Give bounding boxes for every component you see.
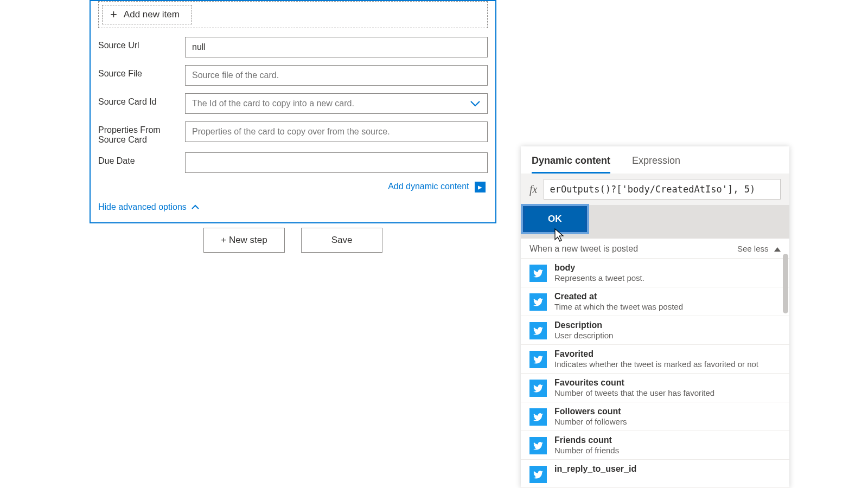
dc-item-desc: User description <box>554 331 613 340</box>
ok-button[interactable]: OK <box>523 206 587 232</box>
input-source-url[interactable]: null <box>185 37 488 57</box>
dc-item[interactable]: in_reply_to_user_id <box>521 460 789 488</box>
dc-section-header[interactable]: When a new tweet is posted See less <box>521 239 789 259</box>
label-source-file: Source File <box>98 65 180 79</box>
dc-tabs: Dynamic content Expression <box>521 146 789 174</box>
dc-item-desc: Time at which the tweet was posted <box>554 302 683 311</box>
dc-item-desc: Represents a tweet post. <box>554 273 644 282</box>
dc-item-desc: Number of tweets that the user has favor… <box>554 388 714 397</box>
dc-item-desc: Number of friends <box>554 446 619 455</box>
dc-item[interactable]: Favourites countNumber of tweets that th… <box>521 374 789 402</box>
hide-advanced-label: Hide advanced options <box>98 202 187 212</box>
dc-item[interactable]: DescriptionUser description <box>521 316 789 345</box>
twitter-icon <box>529 380 547 397</box>
dc-item-title: Friends count <box>554 435 619 445</box>
dc-item-title: Created at <box>554 292 683 301</box>
see-less-link[interactable]: See less <box>737 244 769 253</box>
chevron-down-icon <box>470 100 481 107</box>
hide-advanced-options-toggle[interactable]: Hide advanced options <box>91 196 495 214</box>
row-source-file: Source File Source file of the card. <box>91 63 495 88</box>
new-step-button[interactable]: + New step <box>203 228 285 253</box>
dc-item-title: body <box>554 263 644 273</box>
dc-item[interactable]: FavoritedIndicates whether the tweet is … <box>521 345 789 374</box>
twitter-icon <box>529 351 547 368</box>
action-card: + Add new item Source Url null Source Fi… <box>90 0 496 223</box>
dc-item-title: in_reply_to_user_id <box>554 464 636 474</box>
dc-section-title: When a new tweet is posted <box>529 244 638 254</box>
input-source-file[interactable]: Source file of the card. <box>185 65 488 86</box>
twitter-icon <box>529 408 547 426</box>
add-new-item-button[interactable]: + Add new item <box>102 5 192 24</box>
label-source-url: Source Url <box>98 37 180 50</box>
dc-item-title: Favorited <box>554 349 758 359</box>
bottom-button-row: + New step Save <box>90 228 496 253</box>
dc-list[interactable]: bodyRepresents a tweet post.Created atTi… <box>521 259 789 488</box>
add-dynamic-content-row: Add dynamic content ▸ <box>91 178 495 196</box>
twitter-icon <box>529 322 547 339</box>
label-source-card-id: Source Card Id <box>98 93 180 107</box>
row-due-date: Due Date <box>91 150 495 175</box>
plus-icon: + <box>110 9 117 21</box>
add-item-zone: + Add new item <box>98 1 488 28</box>
dc-item-title: Followers count <box>554 407 627 416</box>
save-button[interactable]: Save <box>301 228 382 253</box>
input-due-date[interactable] <box>185 152 488 173</box>
add-new-item-label: Add new item <box>124 9 180 20</box>
label-due-date: Due Date <box>98 152 180 166</box>
row-source-url: Source Url null <box>91 35 495 60</box>
dc-item[interactable]: bodyRepresents a tweet post. <box>521 259 789 287</box>
ok-zone: OK <box>521 205 789 239</box>
dc-item[interactable]: Friends countNumber of friends <box>521 431 789 460</box>
fx-icon: fx <box>529 183 537 196</box>
dc-item[interactable]: Created atTime at which the tweet was po… <box>521 287 789 316</box>
tab-expression[interactable]: Expression <box>632 155 680 174</box>
dc-item-desc: Indicates whether the tweet is marked as… <box>554 359 758 369</box>
dynamic-content-panel: Dynamic content Expression fx erOutputs(… <box>521 146 789 488</box>
chevron-up-icon <box>191 204 200 210</box>
dc-item-title: Favourites count <box>554 378 714 388</box>
dynamic-content-badge-icon[interactable]: ▸ <box>475 182 486 192</box>
triangle-up-icon <box>774 247 781 252</box>
expression-bar: fx erOutputs()?['body/CreatedAtIso'], 5) <box>521 174 789 205</box>
select-source-card-id[interactable]: The Id of the card to copy into a new ca… <box>185 93 488 114</box>
twitter-icon <box>529 265 547 282</box>
twitter-icon <box>529 466 547 483</box>
input-properties-from-source[interactable]: Properties of the card to copy over from… <box>185 121 488 142</box>
tab-dynamic-content[interactable]: Dynamic content <box>532 155 610 174</box>
dc-item-title: Description <box>554 320 613 330</box>
twitter-icon <box>529 293 547 311</box>
scrollbar[interactable] <box>783 254 788 313</box>
twitter-icon <box>529 437 547 454</box>
row-source-card-id: Source Card Id The Id of the card to cop… <box>91 91 495 116</box>
row-properties-from-source: Properties From Source Card Properties o… <box>91 119 495 147</box>
dc-item[interactable]: Followers countNumber of followers <box>521 402 789 431</box>
expression-input[interactable]: erOutputs()?['body/CreatedAtIso'], 5) <box>544 179 781 200</box>
add-dynamic-content-link[interactable]: Add dynamic content <box>388 182 469 191</box>
dc-item-desc: Number of followers <box>554 417 627 426</box>
label-properties-from-source: Properties From Source Card <box>98 121 180 145</box>
